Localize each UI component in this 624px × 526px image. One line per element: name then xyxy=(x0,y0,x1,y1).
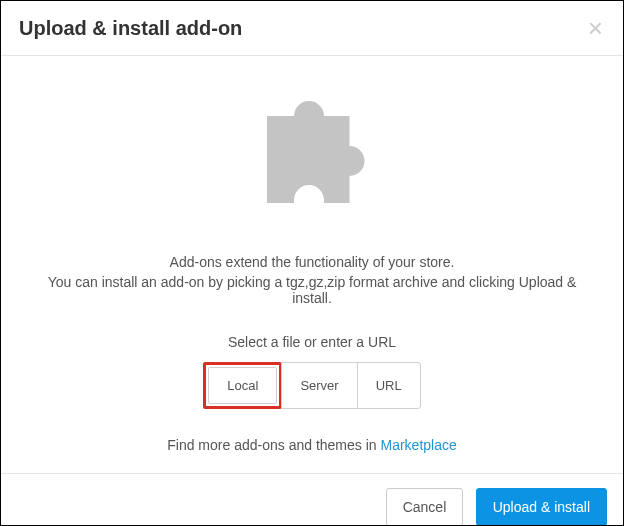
description-line-1: Add-ons extend the functionality of your… xyxy=(170,254,455,270)
modal-header: Upload & install add-on × xyxy=(1,1,623,56)
local-button[interactable]: Local xyxy=(208,367,277,404)
local-highlight: Local xyxy=(203,362,282,409)
description-line-2: You can install an add-on by picking a t… xyxy=(31,274,593,306)
select-file-label: Select a file or enter a URL xyxy=(228,334,396,350)
modal-title: Upload & install add-on xyxy=(19,17,242,40)
puzzle-icon xyxy=(237,86,387,236)
source-button-group: Local Server URL xyxy=(203,362,420,409)
upload-install-button[interactable]: Upload & install xyxy=(476,488,607,526)
modal-footer: Cancel Upload & install xyxy=(1,473,623,526)
marketplace-prefix: Find more add-ons and themes in xyxy=(167,437,380,453)
marketplace-link[interactable]: Marketplace xyxy=(380,437,456,453)
server-button[interactable]: Server xyxy=(281,362,357,409)
cancel-button[interactable]: Cancel xyxy=(386,488,464,526)
close-icon[interactable]: × xyxy=(588,15,603,41)
url-button[interactable]: URL xyxy=(357,362,421,409)
modal-body: Add-ons extend the functionality of your… xyxy=(1,56,623,473)
marketplace-text: Find more add-ons and themes in Marketpl… xyxy=(167,437,457,453)
